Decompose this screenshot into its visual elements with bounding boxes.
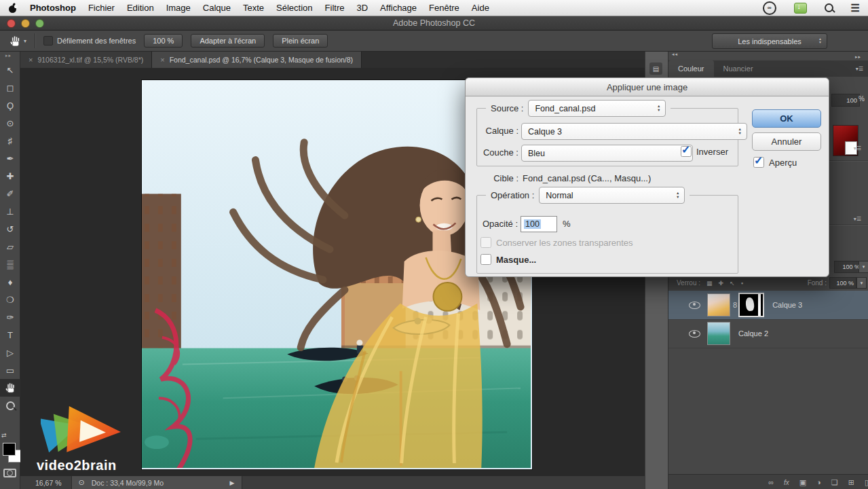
layer-visibility-eye-icon[interactable]	[689, 330, 700, 338]
fill-screen-button[interactable]: Plein écran	[273, 34, 328, 48]
menu-calque[interactable]: Calque	[203, 3, 231, 13]
mask-checkbox[interactable]	[480, 254, 491, 265]
tool-lasso[interactable]: Ϙ	[0, 96, 20, 114]
tool-quick-selection[interactable]: ⊙	[0, 114, 20, 132]
layer-row-calque-3[interactable]: 8 Calque 3	[668, 291, 868, 320]
menu-selection[interactable]: Sélection	[276, 3, 312, 13]
layer-thumbnail[interactable]	[707, 293, 730, 316]
layer-label: Calque :	[466, 126, 518, 136]
ok-button[interactable]: OK	[752, 109, 821, 128]
panel-menu-icon[interactable]: ▾☰	[854, 216, 861, 222]
tool-zoom[interactable]	[0, 397, 20, 414]
menu-filtre[interactable]: Filtre	[325, 3, 345, 13]
opacity-input[interactable]: 100	[521, 216, 557, 232]
operation-value: Normal	[546, 191, 573, 200]
cancel-button[interactable]: Annuler	[752, 132, 821, 151]
adjustment-layer-icon[interactable]: ◑	[816, 478, 821, 486]
search-icon[interactable]	[825, 3, 833, 12]
zoom-level-field[interactable]: 16,67 %	[35, 479, 62, 487]
layer-mask-thumbnail[interactable]	[738, 293, 764, 317]
preview-checkbox[interactable]	[753, 157, 764, 168]
menu-texte[interactable]: Texte	[243, 3, 264, 13]
delete-layer-icon[interactable]: ▯	[865, 478, 868, 487]
channel-dropdown[interactable]: Bleu	[521, 145, 693, 162]
hand-tool-preset[interactable]: ▾	[10, 35, 26, 47]
collapse-panels-icon[interactable]: ◂◂	[672, 52, 678, 57]
mask-link-icon[interactable]: 8	[733, 301, 737, 309]
new-layer-icon[interactable]: ⊞	[848, 478, 854, 487]
foreground-color-swatch[interactable]	[3, 443, 16, 456]
document-info-segment[interactable]: ⊙ Doc : 33,4 Mo/99,9 Mo ▶	[71, 476, 242, 489]
menu-fichier[interactable]: Fichier	[88, 3, 115, 13]
close-icon[interactable]: ×	[29, 56, 33, 64]
layer-name[interactable]: Calque 3	[772, 301, 802, 309]
layer-row-calque-2[interactable]: Calque 2	[668, 319, 868, 348]
menu-3d[interactable]: 3D	[356, 3, 368, 13]
document-tab-2[interactable]: × Fond_canal.psd @ 16,7% (Calque 3, Masq…	[152, 52, 362, 68]
color-value-field[interactable]: 100	[831, 94, 860, 107]
menu-affichage[interactable]: Affichage	[380, 3, 417, 13]
tab-couleur[interactable]: Couleur	[668, 60, 714, 77]
invert-checkbox[interactable]	[681, 146, 692, 157]
link-layers-icon[interactable]: ∞	[768, 478, 774, 486]
tool-crop[interactable]: ♯	[0, 132, 20, 149]
close-icon[interactable]: ×	[160, 56, 164, 64]
color-ramp[interactable]	[833, 125, 858, 156]
panel-menu-icon[interactable]: ▾☰	[854, 145, 861, 151]
tool-marquee[interactable]: ◻	[0, 79, 20, 96]
menu-image[interactable]: Image	[166, 3, 191, 13]
lock-all-icon[interactable]: ▪	[741, 280, 743, 287]
tool-clone-stamp[interactable]: ⊥	[0, 202, 20, 220]
layer-visibility-eye-icon[interactable]	[689, 302, 700, 309]
caret-down-icon[interactable]: ▾	[858, 261, 868, 273]
operation-dropdown[interactable]: Normal	[539, 187, 685, 204]
menu-photoshop[interactable]: Photoshop	[30, 3, 76, 13]
lock-transparency-icon[interactable]: ▦	[706, 280, 713, 287]
tool-eraser[interactable]: ▱	[0, 238, 20, 255]
creative-cloud-icon[interactable]: ∞	[763, 1, 776, 15]
fit-screen-button[interactable]: Adapter à l'écran	[191, 34, 265, 48]
tool-hand[interactable]	[0, 379, 20, 397]
caret-down-icon[interactable]: ▾	[856, 277, 867, 289]
expand-panels-icon[interactable]: ▸▸	[855, 54, 861, 60]
tab-nuancier[interactable]: Nuancier	[714, 60, 763, 77]
tool-healing-brush[interactable]: ✚	[0, 167, 20, 185]
menu-fenetre[interactable]: Fenêtre	[429, 3, 459, 13]
quick-mask-button[interactable]	[3, 469, 16, 477]
menu-edition[interactable]: Edition	[127, 3, 154, 13]
document-tab-1[interactable]: × 9106312_xl.tif @ 15,5% (RVB/8*)	[20, 52, 152, 68]
tool-pen[interactable]: ✑	[0, 308, 20, 326]
layer-name[interactable]: Calque 2	[738, 329, 768, 338]
swap-colors-icon[interactable]: ⇄	[1, 432, 7, 439]
add-mask-icon[interactable]: ▣	[799, 478, 806, 487]
layer-thumbnail[interactable]	[707, 322, 730, 345]
panel-menu-icon[interactable]: ▾☰	[856, 66, 863, 72]
tool-type[interactable]: T	[0, 326, 20, 344]
layer-dropdown[interactable]: Calque 3	[521, 123, 747, 140]
apple-icon[interactable]	[8, 3, 18, 14]
source-dropdown[interactable]: Fond_canal.psd	[528, 100, 666, 117]
tool-eyedropper[interactable]: ✒	[0, 149, 20, 167]
dock-panel-icon[interactable]: ▤	[649, 62, 662, 75]
tool-gradient[interactable]: ▒	[0, 255, 20, 273]
workspace-select[interactable]: Les indispensables	[712, 33, 827, 49]
tool-path-selection[interactable]: ▷	[0, 344, 20, 361]
tool-rectangle[interactable]: ▭	[0, 361, 20, 379]
new-group-icon[interactable]: ❏	[831, 478, 838, 487]
tool-brush[interactable]: ✐	[0, 185, 20, 202]
tool-dodge[interactable]: ❍	[0, 291, 20, 308]
download-icon[interactable]	[794, 3, 807, 14]
status-options-arrow-icon[interactable]: ▶	[230, 479, 235, 486]
tool-move[interactable]: ↖	[0, 61, 20, 79]
tool-blur[interactable]: ♦	[0, 273, 20, 291]
zoom-100-button[interactable]: 100 %	[144, 34, 183, 48]
tool-history-brush[interactable]: ↺	[0, 220, 20, 238]
toolbar-expand-icon[interactable]: ▸▸	[5, 53, 12, 58]
layer-fill-field[interactable]: 100 %	[829, 277, 856, 289]
lock-position-icon[interactable]: ↖	[730, 280, 735, 287]
menu-list-icon[interactable]: ☰	[851, 2, 860, 14]
lock-pixels-icon[interactable]: ✚	[719, 280, 724, 287]
scroll-all-windows-checkbox[interactable]	[43, 36, 53, 46]
layer-style-icon[interactable]: fx	[784, 479, 789, 486]
menu-aide[interactable]: Aide	[472, 3, 489, 13]
